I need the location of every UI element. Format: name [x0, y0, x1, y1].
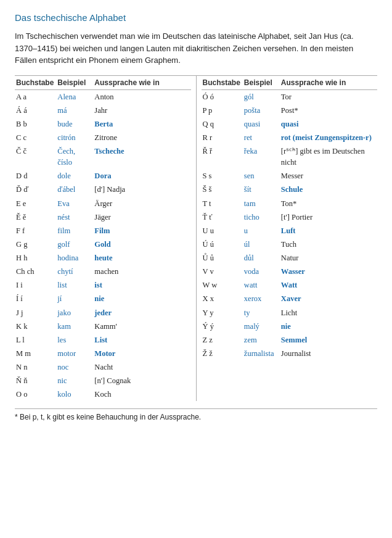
cell-aussprache: ist: [93, 278, 190, 292]
table-row: Ě ěnéstJäger: [15, 210, 191, 224]
table-row: J jjakojeder: [15, 306, 191, 320]
cell-aussprache: Gold: [93, 238, 190, 251]
table-row: D ddoleDora: [15, 169, 191, 183]
table-row: Y ytyLicht: [202, 306, 378, 320]
cell-buchstabe: Ř ř: [202, 144, 243, 169]
cell-aussprache: Watt: [280, 278, 377, 292]
cell-buchstabe: L l: [15, 333, 56, 347]
table-row: W wwattWatt: [202, 278, 378, 292]
table-row: Š ššítSchule: [202, 183, 378, 196]
cell-aussprache: Licht: [280, 306, 377, 320]
table-row: M mmotorMotor: [15, 347, 191, 360]
table-row: R rretrot (meist Zungenspitzen-r): [202, 131, 378, 144]
table-row: Ů ůdůlNatur: [202, 251, 378, 265]
cell-beispiel: watt: [243, 278, 280, 292]
cell-buchstabe: A a: [15, 89, 56, 104]
table-row: Ť ťticho[t'] Portier: [202, 210, 378, 224]
left-header-buchstabe: Buchstabe: [15, 76, 56, 90]
cell-beispiel: citrón: [56, 131, 93, 144]
cell-aussprache: Ärger: [93, 197, 190, 210]
cell-buchstabe: Ú ú: [202, 238, 243, 251]
table-row: O okoloKoch: [15, 387, 191, 401]
cell-buchstabe: Ý ý: [202, 320, 243, 333]
cell-beispiel: jako: [56, 306, 93, 320]
cell-aussprache: [d'] Nadja: [93, 183, 190, 196]
cell-buchstabe: W w: [202, 278, 243, 292]
table-row: C ccitrónZitrone: [15, 131, 191, 144]
cell-aussprache: jeder: [93, 306, 190, 320]
cell-beispiel: žurnalista: [243, 347, 280, 360]
cell-beispiel: gól: [243, 89, 280, 104]
cell-beispiel: chytí: [56, 265, 93, 278]
cell-buchstabe: S s: [202, 169, 243, 183]
cell-buchstabe: Ň ň: [15, 374, 56, 387]
right-header-beispiel: Beispiel: [243, 76, 280, 90]
cell-aussprache: Schule: [280, 183, 377, 196]
cell-buchstabe: Č č: [15, 144, 56, 169]
cell-buchstabe: E e: [15, 197, 56, 210]
cell-buchstabe: Š š: [202, 183, 243, 196]
cell-beispiel: noc: [56, 360, 93, 374]
cell-beispiel: řeka: [243, 144, 280, 169]
cell-aussprache: nie: [93, 292, 190, 305]
cell-beispiel: pošta: [243, 104, 280, 117]
cell-beispiel: golf: [56, 238, 93, 251]
intro-text: Im Tschechischen verwendet man wie im De…: [15, 30, 377, 67]
cell-beispiel: quasi: [243, 117, 280, 131]
cell-buchstabe: I i: [15, 278, 56, 292]
cell-aussprache: Film: [93, 224, 190, 238]
table-row: Á ámáJahr: [15, 104, 191, 117]
table-row: Ň ňnic[n'] Cognak: [15, 374, 191, 387]
cell-aussprache: Zitrone: [93, 131, 190, 144]
cell-buchstabe: O o: [15, 387, 56, 401]
cell-beispiel: film: [56, 224, 93, 238]
cell-buchstabe: Y y: [202, 306, 243, 320]
cell-aussprache: nie: [280, 320, 377, 333]
footnote-text: * Bei p, t, k gibt es keine Behauchung i…: [15, 408, 377, 421]
table-row: T ttamTon*: [202, 197, 378, 210]
cell-aussprache: [t'] Portier: [280, 210, 377, 224]
cell-aussprache: Tor: [280, 89, 377, 104]
cell-aussprache: Jäger: [93, 210, 190, 224]
cell-aussprache: heute: [93, 251, 190, 265]
cell-buchstabe: Ď ď: [15, 183, 56, 196]
table-row: L llesList: [15, 333, 191, 347]
table-row: B bbudeBerta: [15, 117, 191, 131]
cell-buchstabe: Í í: [15, 292, 56, 305]
left-column: Buchstabe Beispiel Aussprache wie in A a…: [15, 76, 197, 402]
cell-buchstabe: T t: [202, 197, 243, 210]
table-row: Ó ógólTor: [202, 89, 378, 104]
table-row: Č čČech, čísloTscheche: [15, 144, 191, 169]
cell-buchstabe: Á á: [15, 104, 56, 117]
cell-aussprache: Tscheche: [93, 144, 190, 169]
cell-aussprache: Luft: [280, 224, 377, 238]
cell-buchstabe: F f: [15, 224, 56, 238]
cell-buchstabe: J j: [15, 306, 56, 320]
cell-buchstabe: X x: [202, 292, 243, 305]
page-title: Das tschechische Alphabet: [15, 12, 377, 23]
cell-buchstabe: Ě ě: [15, 210, 56, 224]
cell-buchstabe: B b: [15, 117, 56, 131]
table-row: G ggolfGold: [15, 238, 191, 251]
cell-beispiel: bude: [56, 117, 93, 131]
cell-beispiel: kolo: [56, 387, 93, 401]
cell-beispiel: dole: [56, 169, 93, 183]
table-row: E eEvaÄrger: [15, 197, 191, 210]
table-row: H hhodinaheute: [15, 251, 191, 265]
left-header-aussprache: Aussprache wie in: [93, 76, 190, 90]
cell-beispiel: šít: [243, 183, 280, 196]
cell-aussprache: Kamm': [93, 320, 190, 333]
table-row: Ý ýmalýnie: [202, 320, 378, 333]
cell-buchstabe: M m: [15, 347, 56, 360]
cell-buchstabe: C c: [15, 131, 56, 144]
table-row: N nnocNacht: [15, 360, 191, 374]
table-row: A aAlenaAnton: [15, 89, 191, 104]
table-row: F ffilmFilm: [15, 224, 191, 238]
cell-beispiel: voda: [243, 265, 280, 278]
cell-buchstabe: D d: [15, 169, 56, 183]
table-row: Ř řřeka[rˢᶜʰ] gibt es im Deutschen nicht: [202, 144, 378, 169]
alphabet-table: Buchstabe Beispiel Aussprache wie in A a…: [15, 75, 377, 402]
cell-beispiel: sen: [243, 169, 280, 183]
cell-aussprache: Wasser: [280, 265, 377, 278]
table-row: Ch chchytímachen: [15, 265, 191, 278]
